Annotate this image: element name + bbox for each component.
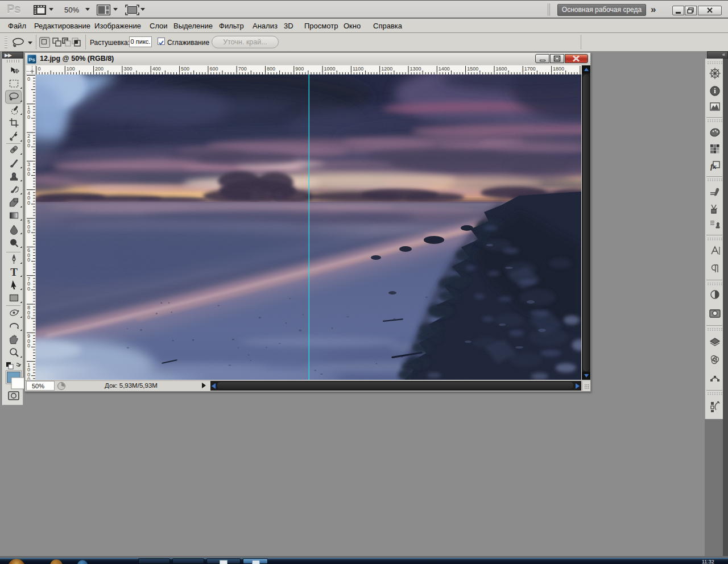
svg-text:500: 500: [181, 66, 189, 72]
svg-text:0: 0: [27, 229, 30, 234]
svg-text:T: T: [10, 266, 18, 278]
svg-text:0: 0: [27, 114, 30, 120]
svg-text:1200: 1200: [381, 66, 392, 72]
svg-text:1800: 1800: [553, 66, 564, 72]
svg-text:1100: 1100: [353, 66, 363, 72]
svg-text:0: 0: [38, 66, 41, 72]
svg-text:1600: 1600: [496, 66, 507, 72]
svg-text:1700: 1700: [524, 66, 536, 72]
svg-text:1000: 1000: [324, 66, 336, 72]
svg-text:fx: fx: [710, 162, 717, 171]
svg-text:0: 0: [27, 376, 30, 380]
svg-text:200: 200: [95, 66, 104, 72]
svg-text:600: 600: [209, 66, 218, 72]
svg-text:0: 0: [27, 257, 30, 263]
svg-text:0: 0: [27, 76, 30, 82]
svg-text:1300: 1300: [410, 66, 421, 72]
svg-text:700: 700: [238, 66, 247, 72]
svg-text:300: 300: [123, 66, 132, 72]
svg-text:1400: 1400: [439, 66, 450, 72]
svg-text:100: 100: [67, 66, 75, 72]
svg-text:0: 0: [27, 286, 30, 292]
svg-text:0: 0: [27, 143, 30, 148]
svg-text:400: 400: [152, 66, 161, 72]
svg-text:Ps: Ps: [28, 56, 35, 63]
svg-text:1500: 1500: [467, 66, 478, 72]
svg-text:0: 0: [27, 314, 30, 320]
svg-text:0: 0: [27, 171, 30, 177]
svg-text:0: 0: [27, 200, 30, 206]
svg-text:900: 900: [295, 66, 304, 72]
svg-text:0: 0: [27, 343, 30, 349]
svg-text:800: 800: [267, 66, 275, 72]
